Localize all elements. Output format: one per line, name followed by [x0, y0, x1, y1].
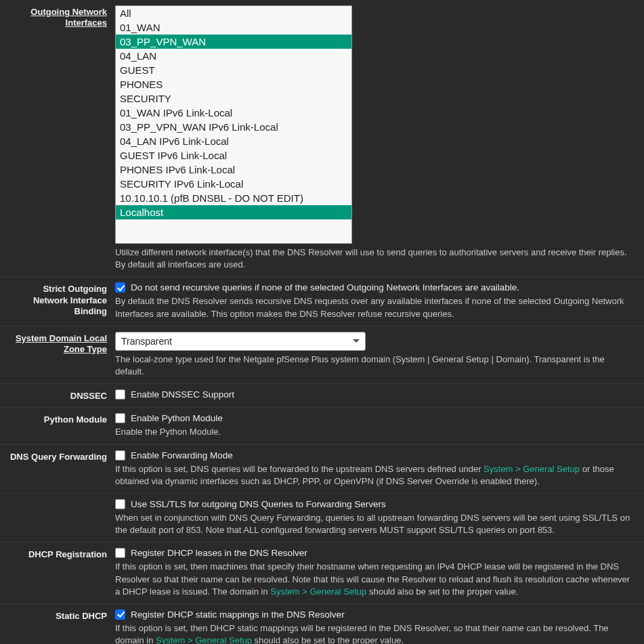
interface-option[interactable]: 01_WAN IPv6 Link-Local	[116, 106, 351, 120]
link-system-general-setup-3[interactable]: System > General Setup	[156, 635, 252, 644]
label-python: Python Module	[0, 413, 115, 438]
row-dnssec: DNSSEC Enable DNSSEC Support	[0, 383, 644, 407]
label-outgoing-interfaces[interactable]: Outgoing Network Interfaces	[30, 7, 107, 28]
interface-option[interactable]: 03_PP_VPN_WAN IPv6 Link-Local	[116, 120, 351, 134]
interface-option[interactable]: 03_PP_VPN_WAN	[116, 35, 351, 49]
help-static-dhcp: If this option is set, then DHCP static …	[115, 622, 635, 644]
row-forwarding: DNS Query Forwarding Enable Forwarding M…	[0, 444, 644, 493]
python-checkbox[interactable]	[115, 413, 125, 423]
label-forwarding: DNS Query Forwarding	[0, 450, 115, 488]
row-python: Python Module Enable Python Module Enabl…	[0, 407, 644, 444]
help-outgoing-interfaces: Utilize different network interface(s) t…	[115, 246, 635, 271]
ssltls-checkbox-label: Use SSL/TLS for outgoing DNS Queries to …	[131, 499, 386, 509]
help-python: Enable the Python Module.	[115, 426, 635, 438]
ssltls-checkbox[interactable]	[115, 499, 125, 509]
forwarding-checkbox-label: Enable Forwarding Mode	[131, 450, 233, 460]
row-strict-outgoing: Strict Outgoing Network Interface Bindin…	[0, 276, 644, 325]
help-dhcp-reg: If this option is set, then machines tha…	[115, 561, 635, 598]
dhcp-reg-checkbox[interactable]	[115, 548, 125, 558]
outgoing-interfaces-select[interactable]: All01_WAN03_PP_VPN_WAN04_LANGUESTPHONESS…	[115, 5, 352, 244]
strict-outgoing-checkbox-label: Do not send recursive queries if none of…	[131, 282, 519, 293]
forwarding-checkbox[interactable]	[115, 450, 125, 460]
help-ssltls: When set in conjunction with DNS Query F…	[115, 512, 635, 536]
dnssec-checkbox-label: Enable DNSSEC Support	[131, 389, 234, 400]
row-static-dhcp: Static DHCP Register DHCP static mapping…	[0, 603, 644, 644]
label-dnssec: DNSSEC	[0, 389, 115, 402]
row-zone-type: System Domain Local Zone Type Transparen…	[0, 326, 644, 383]
row-outgoing-interfaces: Outgoing Network Interfaces All01_WAN03_…	[0, 0, 644, 276]
dns-resolver-settings-panel: Outgoing Network Interfaces All01_WAN03_…	[0, 0, 644, 644]
interface-option[interactable]: Localhost	[116, 205, 351, 219]
link-system-general-setup-1[interactable]: System > General Setup	[484, 464, 580, 474]
help-strict-outgoing: By default the DNS Resolver sends recurs…	[115, 295, 635, 320]
static-dhcp-checkbox-label: Register DHCP static mappings in the DNS…	[131, 609, 345, 620]
row-ssltls: Use SSL/TLS for outgoing DNS Queries to …	[0, 493, 644, 542]
row-dhcp-reg: DHCP Registration Register DHCP leases i…	[0, 542, 644, 603]
dhcp-reg-checkbox-label: Register DHCP leases in the DNS Resolver	[131, 548, 307, 558]
help-zone-type: The local-zone type used for the Netgate…	[115, 353, 635, 378]
python-checkbox-label: Enable Python Module	[131, 413, 223, 423]
interface-option[interactable]: All	[116, 6, 351, 20]
chevron-down-icon	[353, 339, 360, 343]
label-static-dhcp: Static DHCP	[0, 609, 115, 644]
static-dhcp-checkbox[interactable]	[115, 609, 125, 620]
interface-option[interactable]: GUEST	[116, 63, 351, 77]
interface-option[interactable]: 04_LAN IPv6 Link-Local	[116, 134, 351, 148]
interface-option[interactable]: SECURITY IPv6 Link-Local	[116, 177, 351, 191]
label-zone-type[interactable]: System Domain Local Zone Type	[16, 333, 107, 354]
zone-type-value: Transparent	[121, 336, 172, 347]
label-strict-outgoing: Strict Outgoing Network Interface Bindin…	[0, 282, 115, 320]
interface-option[interactable]: GUEST IPv6 Link-Local	[116, 148, 351, 163]
interface-option[interactable]: SECURITY	[116, 91, 351, 106]
dnssec-checkbox[interactable]	[115, 389, 125, 400]
interface-option[interactable]: PHONES IPv6 Link-Local	[116, 163, 351, 177]
zone-type-select[interactable]: Transparent	[115, 332, 366, 351]
help-forwarding: If this option is set, DNS queries will …	[115, 463, 635, 488]
interface-option[interactable]: 10.10.10.1 (pfB DNSBL - DO NOT EDIT)	[116, 191, 351, 205]
interface-option[interactable]: 01_WAN	[116, 20, 351, 35]
link-system-general-setup-2[interactable]: System > General Setup	[270, 586, 366, 597]
interface-option[interactable]: 04_LAN	[116, 49, 351, 63]
interface-option[interactable]: PHONES	[116, 77, 351, 91]
strict-outgoing-checkbox[interactable]	[115, 282, 125, 293]
label-dhcp-reg: DHCP Registration	[0, 548, 115, 598]
